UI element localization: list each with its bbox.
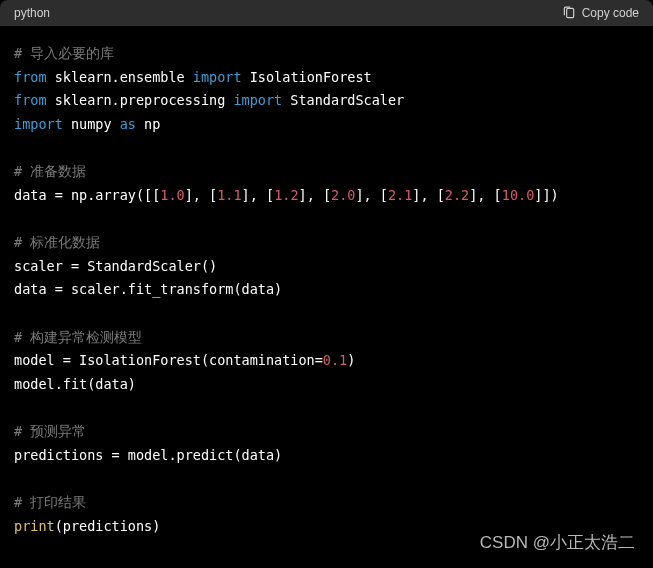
code-text: sklearn.preprocessing [47,92,234,108]
code-text: ) [347,352,355,368]
keyword: import [193,69,242,85]
number: 2.0 [331,187,355,203]
code-text: ]]) [534,187,558,203]
keyword: import [14,116,63,132]
number: 0.1 [323,352,347,368]
comment: # 标准化数据 [14,234,100,250]
keyword: as [120,116,136,132]
copy-label: Copy code [582,6,639,20]
code-text: numpy [63,116,120,132]
code-content[interactable]: # 导入必要的库 from sklearn.ensemble import Is… [0,26,653,554]
code-text: sklearn.ensemble [47,69,193,85]
code-header: python Copy code [0,0,653,26]
code-text: predictions = model.predict(data) [14,447,282,463]
code-text: (predictions) [55,518,161,534]
keyword: from [14,92,47,108]
code-text: ], [ [242,187,275,203]
language-label: python [14,6,50,20]
function: print [14,518,55,534]
code-text: data = np.array([[ [14,187,160,203]
code-text: ], [ [185,187,218,203]
comment: # 导入必要的库 [14,45,114,61]
number: 10.0 [502,187,535,203]
code-text: IsolationForest [242,69,372,85]
code-text: model = IsolationForest(contamination= [14,352,323,368]
code-text: model.fit(data) [14,376,136,392]
comment: # 准备数据 [14,163,86,179]
code-text: scaler = StandardScaler() [14,258,217,274]
code-block: python Copy code # 导入必要的库 from sklearn.e… [0,0,653,568]
code-text: np [136,116,160,132]
number: 2.1 [388,187,412,203]
comment: # 预测异常 [14,423,86,439]
comment: # 打印结果 [14,494,86,510]
svg-rect-0 [566,8,573,17]
number: 1.2 [274,187,298,203]
code-text: ], [ [469,187,502,203]
code-text: data = scaler.fit_transform(data) [14,281,282,297]
number: 1.1 [217,187,241,203]
clipboard-icon [562,6,576,20]
code-text: ], [ [412,187,445,203]
comment: # 构建异常检测模型 [14,329,142,345]
keyword: import [233,92,282,108]
code-text: ], [ [355,187,388,203]
number: 2.2 [445,187,469,203]
copy-code-button[interactable]: Copy code [562,6,639,20]
keyword: from [14,69,47,85]
code-text: ], [ [299,187,332,203]
code-text: StandardScaler [282,92,404,108]
number: 1.0 [160,187,184,203]
